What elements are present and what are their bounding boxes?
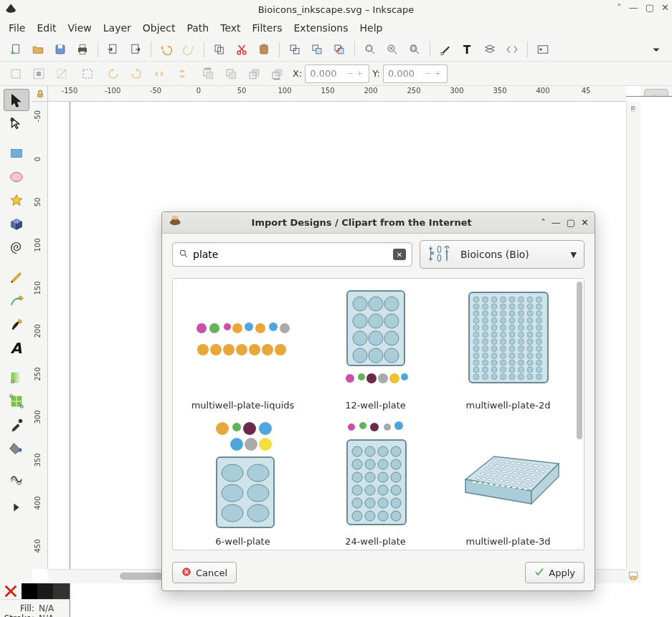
3dbox-tool[interactable]	[4, 213, 29, 235]
no-color-swatch[interactable]	[0, 583, 22, 599]
color-swatch[interactable]	[37, 583, 53, 599]
pencil-tool[interactable]	[4, 266, 29, 288]
y-decrement[interactable]: −	[423, 69, 432, 78]
zoom-selection-button[interactable]	[360, 39, 380, 59]
cancel-button[interactable]: Cancel	[172, 562, 237, 583]
cut-button[interactable]	[232, 39, 252, 59]
vertical-ruler[interactable]: -50050100150200250300350400450500550	[32, 102, 48, 569]
menu-view[interactable]: View	[68, 22, 92, 34]
paint-bucket-tool[interactable]	[4, 437, 29, 459]
dialog-close-button[interactable]: ✕	[581, 217, 589, 228]
result-multiwell-plate-2d[interactable]: multiwell-plate-2d	[445, 282, 571, 411]
rollup-button[interactable]: ˄	[617, 2, 622, 13]
x-increment[interactable]: +	[355, 69, 364, 78]
result-multiwell-plate-3d[interactable]: multiwell-plate-3d	[445, 418, 571, 547]
ellipse-tool[interactable]	[4, 166, 29, 188]
flip-vertical-button[interactable]	[172, 64, 192, 84]
menu-file[interactable]: File	[9, 22, 25, 34]
menu-path[interactable]: Path	[186, 22, 209, 34]
toggle-selection-box-button[interactable]	[77, 64, 98, 84]
select-all-button[interactable]	[29, 64, 49, 84]
flip-horizontal-button[interactable]	[149, 64, 169, 84]
clone-button[interactable]	[307, 39, 327, 59]
result-24-well-plate[interactable]: 24-well-plate	[313, 418, 438, 547]
menu-help[interactable]: Help	[360, 22, 383, 34]
zoom-page-button[interactable]	[404, 39, 425, 59]
dropper-tool[interactable]	[4, 413, 29, 436]
selector-tool[interactable]	[4, 89, 29, 111]
save-button[interactable]	[50, 39, 70, 59]
color-swatch[interactable]	[53, 583, 69, 599]
export-button[interactable]	[126, 39, 146, 59]
raise-button[interactable]	[221, 64, 241, 84]
rectangle-tool[interactable]	[4, 142, 29, 164]
menu-layer[interactable]: Layer	[103, 22, 131, 34]
vertical-scrollbar[interactable]: ⎘	[626, 102, 640, 569]
toolbar-overflow-button[interactable]	[646, 39, 666, 59]
dialog-titlebar[interactable]: Import Designs / Clipart from the Intern…	[162, 212, 595, 234]
gradient-tool[interactable]	[4, 366, 29, 388]
text-dialog-button[interactable]: T	[458, 39, 478, 59]
result-multiwell-plate-liquids[interactable]: multiwell-plate-liquids	[180, 282, 306, 411]
xml-dialog-button[interactable]	[502, 39, 522, 59]
dialog-rollup-button[interactable]: ˄	[541, 217, 546, 228]
fill-stroke-dialog-button[interactable]	[435, 39, 455, 59]
stroke-value[interactable]: N/A	[39, 613, 54, 618]
copy-button[interactable]	[209, 39, 229, 59]
mesh-tool[interactable]	[4, 390, 29, 412]
deselect-button[interactable]	[52, 64, 72, 84]
new-document-button[interactable]	[6, 39, 26, 59]
text-tool[interactable]: A	[4, 337, 29, 359]
search-field[interactable]: ✕	[172, 242, 412, 267]
x-decrement[interactable]: −	[346, 69, 355, 78]
menu-filters[interactable]: Filters	[252, 22, 283, 34]
maximize-button[interactable]: ▢	[645, 2, 654, 13]
node-tool[interactable]	[4, 113, 29, 135]
spiral-tool[interactable]	[4, 236, 29, 259]
apply-button[interactable]: Apply	[525, 562, 585, 583]
import-button[interactable]	[103, 39, 123, 59]
select-all-layers-button[interactable]	[6, 64, 26, 84]
star-tool[interactable]	[4, 189, 29, 211]
calligraphy-tool[interactable]	[4, 313, 29, 335]
lower-bottom-button[interactable]	[267, 64, 287, 84]
results-scrollbar[interactable]	[577, 282, 582, 439]
layers-dialog-button[interactable]	[480, 39, 500, 59]
y-coordinate-input[interactable]: 0.000 −+	[383, 64, 448, 83]
menu-extensions[interactable]: Extensions	[294, 22, 349, 34]
menu-edit[interactable]: Edit	[37, 22, 56, 34]
search-input[interactable]	[193, 249, 393, 260]
paste-button[interactable]	[254, 39, 274, 59]
menu-object[interactable]: Object	[143, 22, 176, 34]
bezier-tool[interactable]	[4, 290, 29, 312]
result-12-well-plate[interactable]: 12-well-plate	[313, 282, 438, 411]
open-button[interactable]	[28, 39, 48, 59]
clear-search-button[interactable]: ✕	[393, 249, 406, 260]
preferences-button[interactable]	[533, 39, 553, 59]
minimize-button[interactable]: —	[629, 2, 638, 13]
fill-value[interactable]: N/A	[39, 603, 54, 613]
ruler-corner-lock[interactable]	[32, 86, 48, 102]
rotate-cw-button[interactable]	[126, 64, 146, 84]
rotate-ccw-button[interactable]	[103, 64, 123, 84]
duplicate-button[interactable]	[285, 39, 305, 59]
print-button[interactable]	[72, 39, 93, 59]
color-swatch[interactable]	[22, 583, 37, 599]
redo-button[interactable]	[179, 39, 199, 59]
horizontal-ruler[interactable]: -150-100-5005010015020025030035040045	[48, 86, 626, 102]
y-increment[interactable]: +	[433, 69, 443, 78]
dialog-maximize-button[interactable]: ▢	[567, 217, 575, 228]
unlink-clone-button[interactable]	[329, 39, 349, 59]
tweak-tool[interactable]	[4, 467, 29, 489]
dialog-minimize-button[interactable]: —	[552, 217, 561, 228]
lower-button[interactable]	[244, 64, 264, 84]
raise-top-button[interactable]	[198, 64, 218, 84]
x-coordinate-input[interactable]: 0.000 −+	[305, 64, 369, 83]
zoom-drawing-button[interactable]	[382, 39, 402, 59]
source-dropdown[interactable]: Bioicons (Bio) ▼	[420, 240, 585, 269]
result-6-well-plate[interactable]: 6-well-plate	[180, 418, 306, 547]
undo-button[interactable]	[156, 39, 176, 59]
menu-text[interactable]: Text	[220, 22, 240, 34]
more-tools-button[interactable]	[4, 496, 29, 518]
close-button[interactable]: ✕	[661, 2, 669, 13]
